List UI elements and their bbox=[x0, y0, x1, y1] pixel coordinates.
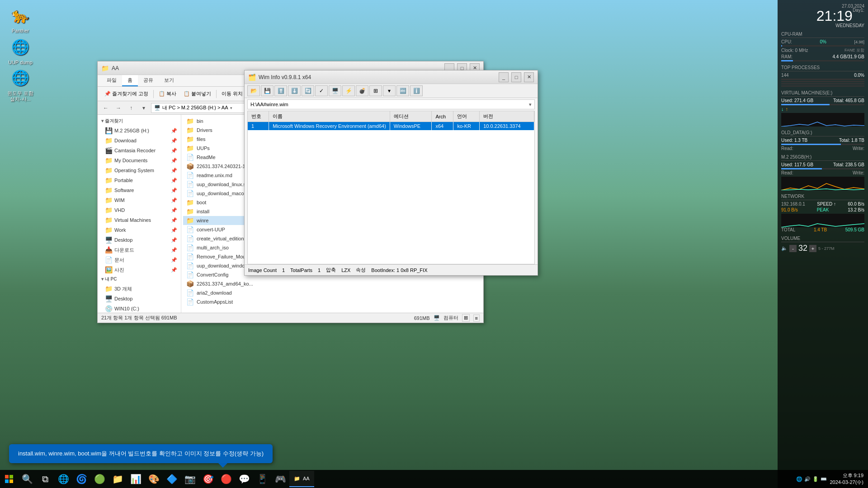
taskbar-app7-button[interactable]: 💬 bbox=[235, 470, 253, 488]
sidebar-item-download[interactable]: 📁 Download 📌 bbox=[98, 136, 181, 145]
col-num[interactable]: 번호 bbox=[248, 111, 269, 122]
taskbar-app4-button[interactable]: 📷 bbox=[181, 470, 199, 488]
wim-minimize-button[interactable]: _ bbox=[499, 72, 509, 82]
taskbar-files-button[interactable]: 📁 bbox=[108, 470, 127, 488]
volume-plus-button[interactable]: + bbox=[809, 245, 816, 252]
wim-address-bar[interactable]: H:\AA#winre.wim ▾ bbox=[247, 99, 535, 109]
uup-macos-icon: 📄 bbox=[186, 190, 194, 197]
sidebar-item-m2[interactable]: 💾 M.2 256GB (H:) 📌 bbox=[98, 126, 181, 136]
desktop-icon-windows[interactable]: 🌐 윈도우 포함설치-사... bbox=[2, 67, 38, 102]
taskbar-app6-button[interactable]: 🔴 bbox=[217, 470, 235, 488]
folder-icon: 📁 bbox=[101, 65, 109, 72]
file-22631-amd64[interactable]: 📦22631.3374_amd64_ko... bbox=[183, 279, 481, 288]
sidebar-item-desktop2[interactable]: 🖥️ Desktop bbox=[98, 294, 181, 304]
sidebar-item-vms[interactable]: 📁 Virtual Machines 📌 bbox=[98, 215, 181, 225]
volume-row: 🔈 - 32 + 5 - 277M bbox=[781, 244, 864, 253]
copy-button[interactable]: 📋 복사 bbox=[156, 89, 179, 99]
favorites-section[interactable]: ▾ 즐겨찾기 bbox=[98, 117, 181, 126]
wim-tool-13[interactable]: ℹ️ bbox=[410, 85, 423, 96]
sidebar-item-3d[interactable]: 📁 3D 개체 bbox=[98, 284, 181, 294]
wim-maximize-button[interactable]: □ bbox=[511, 72, 521, 82]
taskbar-app9-button[interactable]: 🎮 bbox=[271, 470, 289, 488]
wim-tool-5[interactable]: 🔄 bbox=[302, 85, 314, 96]
cpu-label: CPU: bbox=[781, 39, 792, 44]
convert-uup-icon: 📄 bbox=[186, 226, 194, 233]
taskbar-app8-button[interactable]: 📱 bbox=[253, 470, 271, 488]
up-button[interactable]: ↑ bbox=[126, 103, 137, 113]
wim-tool-11[interactable]: ▾ bbox=[383, 85, 396, 96]
file-customapps[interactable]: 📄CustomAppsList bbox=[183, 297, 481, 306]
col-version[interactable]: 버전 bbox=[480, 111, 534, 122]
wim-tool-9[interactable]: 💣 bbox=[356, 85, 368, 96]
vm-up-icon: ↑ bbox=[786, 106, 788, 112]
sidebar-item-wim[interactable]: 📁 WIM 📌 bbox=[98, 195, 181, 205]
wim-close-button[interactable]: ✕ bbox=[524, 72, 534, 82]
taskbar-app2-button[interactable]: 🎨 bbox=[145, 470, 163, 488]
desktop-icon-uup-dump[interactable]: 🌐 UUP dump bbox=[2, 36, 38, 66]
taskbar-explorer-app[interactable]: 📁 AA bbox=[289, 471, 314, 487]
taskbar-taskview-button[interactable]: ⧉ bbox=[36, 470, 54, 488]
wim-tool-2[interactable]: 💾 bbox=[261, 85, 274, 96]
recent-button[interactable]: ▾ bbox=[138, 103, 149, 113]
tab-share[interactable]: 공유 bbox=[138, 75, 159, 86]
readme-unix-label: readme.unix.md bbox=[197, 173, 232, 178]
portable-icon: 📁 bbox=[105, 177, 112, 184]
wim-tool-8[interactable]: ⚡ bbox=[342, 85, 355, 96]
col-name[interactable]: 이름 bbox=[269, 111, 390, 122]
paste-button[interactable]: 📋 붙여넣기 bbox=[180, 89, 214, 99]
tray-icons: 🌐 🔊 🔋 ⌨️ bbox=[796, 476, 827, 482]
sidebar-item-downloads-kor[interactable]: 📥 다운로드 📌 bbox=[98, 245, 181, 255]
taskbar-chrome-button[interactable]: 🟢 bbox=[90, 470, 108, 488]
wim-tool-4[interactable]: ⬇️ bbox=[288, 85, 301, 96]
forward-button[interactable]: → bbox=[113, 103, 124, 113]
wim-tool-12[interactable]: 🔤 bbox=[396, 85, 409, 96]
sidebar-item-software[interactable]: 📁 Software 📌 bbox=[98, 185, 181, 195]
taskbar-app3-button[interactable]: 🔷 bbox=[163, 470, 181, 488]
sidebar-item-desktop[interactable]: 🖥️ Desktop 📌 bbox=[98, 235, 181, 245]
sidebar-item-work[interactable]: 📁 Work 📌 bbox=[98, 225, 181, 235]
clock-time: 21:19 bbox=[781, 9, 864, 23]
wim-tool-7[interactable]: 🖥️ bbox=[329, 85, 341, 96]
wim-address-dropdown[interactable]: ▾ bbox=[529, 102, 532, 108]
view-large-button[interactable]: ⊞ bbox=[462, 314, 470, 322]
sidebar-item-photos-kor[interactable]: 🖼️ 사진 📌 bbox=[98, 265, 181, 275]
mypc-section[interactable]: ▾ 내 PC bbox=[98, 275, 181, 284]
taskbar-search-button[interactable]: 🔍 bbox=[18, 470, 36, 488]
file-aria2[interactable]: 📄aria2_download bbox=[183, 288, 481, 297]
taskbar-ie-button[interactable]: 🌐 bbox=[54, 470, 72, 488]
taskbar-items: 🔍 ⧉ 🌐 🌀 🟢 📁 📊 🎨 🔷 📷 🎯 🔴 💬 📱 🎮 📁 AA bbox=[18, 470, 792, 488]
sidebar-item-win10[interactable]: 💿 WIN10 (C:) bbox=[98, 304, 181, 313]
sidebar-item-vhd[interactable]: 📁 VHD 📌 bbox=[98, 205, 181, 215]
sidebar-item-mydocs[interactable]: 📁 My Documents 📌 bbox=[98, 155, 181, 165]
volume-title: VOLUME bbox=[781, 236, 864, 242]
wim-table-container: 번호 이름 에디션 Arch 언어 버전 1 Microsoft Windows… bbox=[247, 111, 535, 264]
wim-tool-1[interactable]: 📂 bbox=[247, 85, 260, 96]
col-lang[interactable]: 언어 bbox=[453, 111, 480, 122]
wim-tool-6[interactable]: ✓ bbox=[315, 85, 328, 96]
col-arch[interactable]: Arch bbox=[432, 111, 453, 122]
volume-minus-button[interactable]: - bbox=[789, 245, 797, 252]
taskbar-app5-button[interactable]: 🎯 bbox=[199, 470, 217, 488]
pin-icon-12: 📌 bbox=[171, 237, 177, 243]
back-button[interactable]: ← bbox=[100, 103, 111, 113]
software-icon: 📁 bbox=[105, 187, 112, 194]
sidebar-item-os[interactable]: 📁 Operating System 📌 bbox=[98, 165, 181, 175]
start-button[interactable] bbox=[0, 470, 18, 488]
sidebar-item-camtasia[interactable]: 🎬 Camtasia Recoder 📌 bbox=[98, 145, 181, 155]
desktop-icon-panther[interactable]: 🐆 Panther bbox=[2, 5, 38, 34]
col-edition[interactable]: 에디션 bbox=[390, 111, 432, 122]
tab-home[interactable]: 홈 bbox=[122, 75, 138, 86]
sidebar-item-portable[interactable]: 📁 Portable 📌 bbox=[98, 175, 181, 185]
sidebar-item-docs-kor[interactable]: 📄 문서 📌 bbox=[98, 255, 181, 265]
wim-row-1[interactable]: 1 Microsoft Windows Recovery Environment… bbox=[248, 122, 534, 131]
address-dropdown[interactable]: ▾ bbox=[230, 106, 232, 110]
taskbar-app1-button[interactable]: 📊 bbox=[127, 470, 145, 488]
tab-file[interactable]: 파일 bbox=[101, 75, 122, 86]
tab-view[interactable]: 보기 bbox=[159, 75, 179, 86]
wim-tool-10[interactable]: ⊞ bbox=[369, 85, 382, 96]
view-list-button[interactable]: ≡ bbox=[473, 314, 480, 322]
pin-button[interactable]: 📌 즐겨찾기에 고정 bbox=[101, 89, 151, 99]
taskbar-edge-button[interactable]: 🌀 bbox=[72, 470, 90, 488]
wim-tool-3[interactable]: ⬆️ bbox=[274, 85, 287, 96]
m2-graph bbox=[781, 177, 864, 190]
